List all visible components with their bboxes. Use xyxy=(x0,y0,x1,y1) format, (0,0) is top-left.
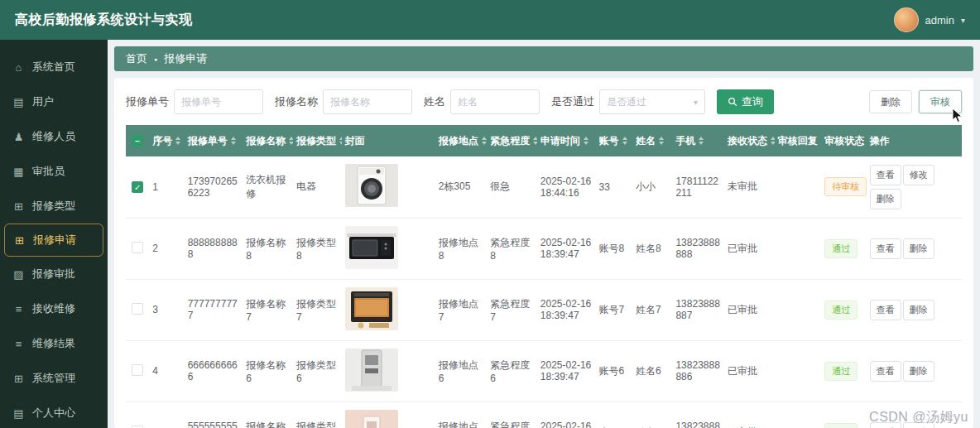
repair-name-input[interactable] xyxy=(323,89,412,114)
row-checkbox[interactable] xyxy=(132,364,143,376)
microwave-image[interactable] xyxy=(345,226,398,269)
sort-icon[interactable] xyxy=(659,137,664,145)
column-header[interactable]: 审核状态 xyxy=(821,125,867,156)
person-name-input[interactable] xyxy=(450,89,540,114)
sort-icon[interactable] xyxy=(339,137,342,145)
cell-time: 2025-02-16 18:39:47 xyxy=(537,402,596,428)
view-button[interactable]: 查看 xyxy=(870,165,901,185)
sort-asc-icon xyxy=(231,137,236,140)
view-button[interactable]: 查看 xyxy=(870,238,901,259)
cell-account: 账号7 xyxy=(596,279,632,340)
username[interactable]: admin xyxy=(925,14,954,26)
column-label: 姓名 xyxy=(636,135,656,147)
cell-receive-status: 已审批 xyxy=(724,402,775,428)
water-dispenser-image[interactable] xyxy=(345,349,398,392)
delete-button[interactable]: 删除 xyxy=(870,189,901,209)
cell-time: 2025-02-16 18:44:16 xyxy=(537,156,596,218)
sort-icon[interactable] xyxy=(289,137,293,145)
column-header[interactable]: 申请时间 xyxy=(537,125,596,156)
cell-repair-name: 报修名称8 xyxy=(243,218,293,279)
cell-urgency: 紧急程度5 xyxy=(487,402,537,428)
column-header[interactable]: 手机 xyxy=(672,125,724,156)
column-header[interactable]: − xyxy=(126,125,149,156)
cell-urgency: 紧急程度8 xyxy=(487,218,537,279)
app-title: 高校后勤报修系统设计与实现 xyxy=(15,12,193,29)
sidebar-item-报修类型[interactable]: ⊞报修类型 xyxy=(0,189,108,224)
cell-index: 5 xyxy=(149,402,184,428)
column-header[interactable]: 序号 xyxy=(149,125,184,156)
sidebar-item-label: 个人中心 xyxy=(32,406,75,421)
order-no-input[interactable] xyxy=(174,89,263,114)
pass-select[interactable]: 是否通过 ▾ xyxy=(599,89,705,114)
row-checkbox[interactable] xyxy=(132,242,143,253)
cell-repair-type: 电器 xyxy=(293,156,342,218)
sort-icon[interactable] xyxy=(821,137,822,145)
row-checkbox[interactable]: ✓ xyxy=(132,181,143,193)
column-header[interactable]: 报修地点 xyxy=(435,125,488,156)
column-header[interactable]: 报修类型 xyxy=(293,125,342,156)
sort-icon[interactable] xyxy=(482,137,487,145)
breadcrumb-home[interactable]: 首页 xyxy=(126,51,147,66)
sort-asc-icon xyxy=(482,137,487,140)
column-label: 账号 xyxy=(599,135,619,147)
column-header[interactable]: 报修名称 xyxy=(243,125,293,156)
sidebar-item-用户[interactable]: ▤用户 xyxy=(0,84,108,119)
view-button[interactable]: 查看 xyxy=(870,361,901,382)
column-header[interactable]: 接收状态 xyxy=(724,125,775,156)
cell-phone: 17811122211 xyxy=(672,156,724,218)
delete-button[interactable]: 删除 xyxy=(903,300,934,320)
column-header[interactable]: 报修单号 xyxy=(185,125,243,156)
sort-icon[interactable] xyxy=(771,137,775,145)
cell-order-no: 1739702656223 xyxy=(185,156,243,218)
washing-machine-image[interactable] xyxy=(345,164,398,207)
column-header[interactable]: 姓名 xyxy=(632,125,672,156)
edit-button[interactable]: 修改 xyxy=(903,165,934,185)
cell-checkbox xyxy=(126,402,149,428)
kitchen-appliance-image[interactable] xyxy=(345,410,398,428)
cell-receive-status: 已审批 xyxy=(724,218,775,279)
cell-phone: 13823888888 xyxy=(672,218,724,279)
cell-location: 报修地点6 xyxy=(435,340,488,402)
sort-asc-icon xyxy=(821,137,822,140)
sidebar-item-个人中心[interactable]: ▤个人中心 xyxy=(0,396,108,428)
sort-icon[interactable] xyxy=(699,137,704,145)
oven-image[interactable] xyxy=(345,287,398,330)
delete-selected-button[interactable]: 删除 xyxy=(869,90,912,113)
sidebar-item-报修申请[interactable]: ⊞报修申请 xyxy=(4,224,103,257)
sort-icon[interactable] xyxy=(175,137,180,145)
avatar[interactable] xyxy=(894,7,919,32)
delete-button[interactable]: 删除 xyxy=(903,361,934,382)
sidebar-item-接收维修[interactable]: ≡接收维修 xyxy=(0,291,108,326)
sidebar-item-系统管理[interactable]: ⊞系统管理 xyxy=(0,361,108,396)
sort-icon[interactable] xyxy=(231,137,236,145)
personal-center-icon: ▤ xyxy=(12,407,25,420)
cell-person: 姓名8 xyxy=(632,218,672,279)
view-button[interactable]: 查看 xyxy=(870,300,901,320)
sort-icon[interactable] xyxy=(584,137,588,145)
row-checkbox[interactable] xyxy=(132,426,143,428)
sidebar-item-审批员[interactable]: ▦审批员 xyxy=(0,154,108,189)
sidebar-item-维修结果[interactable]: ≡维修结果 xyxy=(0,326,108,361)
sidebar-item-维修人员[interactable]: ♟维修人员 xyxy=(0,119,108,154)
sort-icon[interactable] xyxy=(533,137,537,145)
user-icon: ▤ xyxy=(12,96,25,108)
search-button[interactable]: 查询 xyxy=(717,89,774,114)
column-label: 申请时间 xyxy=(540,135,580,147)
select-all-checkbox[interactable]: − xyxy=(132,135,143,147)
chevron-down-icon[interactable]: ▾ xyxy=(961,16,965,25)
audit-button[interactable]: 审核 xyxy=(919,90,962,113)
cell-person: 小小 xyxy=(632,156,672,218)
column-label: 报修单号 xyxy=(188,135,228,147)
delete-button[interactable]: 删除 xyxy=(903,238,934,259)
cell-time: 2025-02-16 18:39:47 xyxy=(537,340,596,402)
column-header[interactable]: 审核回复 xyxy=(775,125,822,156)
sort-icon[interactable] xyxy=(622,137,627,145)
repair-audit-icon: ▨ xyxy=(12,268,25,281)
sort-asc-icon xyxy=(533,137,537,140)
sidebar-item-报修审批[interactable]: ▨报修审批 xyxy=(0,257,108,291)
column-header[interactable]: 账号 xyxy=(596,125,632,156)
sidebar-item-系统首页[interactable]: ⌂系统首页 xyxy=(0,50,108,84)
receive-repair-icon: ≡ xyxy=(12,303,25,315)
column-header[interactable]: 紧急程度 xyxy=(487,125,537,156)
row-checkbox[interactable] xyxy=(132,303,143,315)
